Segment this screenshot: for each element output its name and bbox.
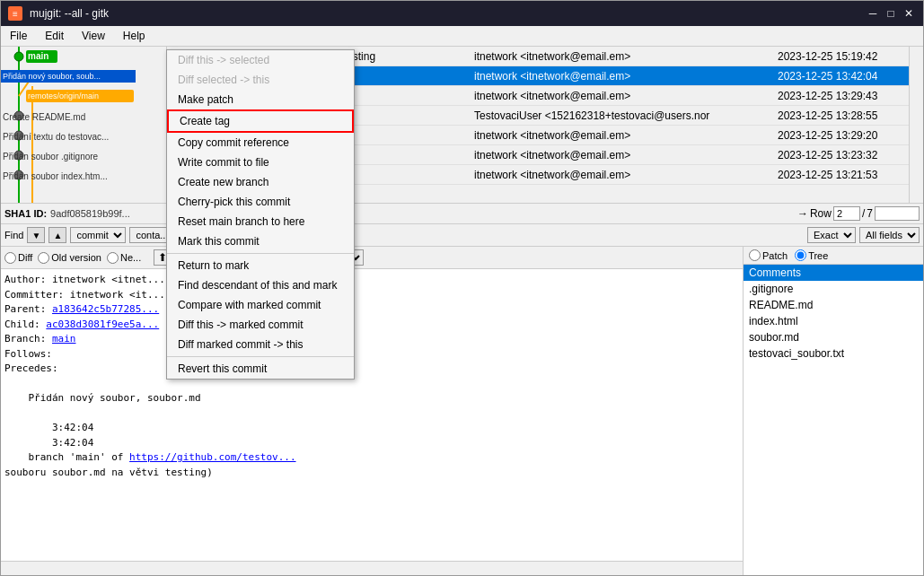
svg-text:Přidání textu do testovac...: Přidání textu do testovac...	[3, 132, 109, 142]
diff-line: souboru soubor.md na větvi testing)	[4, 466, 739, 481]
row-label: Row	[810, 207, 832, 220]
exact-select[interactable]: Exact	[807, 227, 856, 243]
diff-line: Child: ac038d3081f9ee5a...	[4, 318, 739, 333]
parent-link[interactable]: a183642c5b77285...	[52, 303, 159, 315]
row-total: 7	[867, 207, 873, 220]
ctx-create-branch[interactable]: Create new branch	[167, 172, 354, 192]
ctx-make-patch[interactable]: Make patch	[167, 90, 354, 109]
ctx-cherry-pick[interactable]: Cherry-pick this commit	[167, 192, 354, 212]
ctx-separator-2	[167, 356, 354, 357]
graph-svg: main Přidán nový soubor, soub... remotes…	[1, 47, 166, 203]
menu-view[interactable]: View	[76, 28, 110, 44]
file-item[interactable]: README.md	[744, 297, 923, 313]
search-row: Find ▼ ▲ commit conta... Search Exact Al…	[1, 224, 923, 247]
ctx-reset-main[interactable]: Reset main branch to here	[167, 212, 354, 231]
row-total-input[interactable]	[875, 206, 920, 221]
commit-author: itnetwork <itnetwork@email.em>	[471, 88, 774, 104]
commit-date: 2023-12-25 13:29:43	[774, 88, 909, 104]
window-title: mujgit: --all - gitk	[30, 7, 109, 20]
ctx-compare-marked[interactable]: Compare with marked commit	[167, 295, 354, 315]
menu-help[interactable]: Help	[118, 28, 151, 44]
branch-link[interactable]: main	[52, 333, 76, 345]
commit-date: 2023-12-25 13:29:20	[774, 127, 909, 144]
file-item[interactable]: index.html	[744, 313, 923, 329]
row-current-input[interactable]	[833, 206, 860, 221]
svg-text:Přidán nový soubor, soub...: Přidán nový soubor, soub...	[3, 72, 101, 81]
new-radio-label[interactable]: Ne...	[107, 252, 141, 264]
commit-author: itnetwork <itnetwork@email.em>	[471, 127, 774, 144]
minimize-button[interactable]: ─	[866, 6, 880, 21]
context-menu: Diff this -> selected Diff selected -> t…	[166, 49, 355, 380]
commit-author: TestovaciUser <152162318+testovaci@users…	[471, 108, 774, 124]
ctx-find-descendant[interactable]: Find descendant of this and mark	[167, 275, 354, 295]
menu-bar: File Edit View Help	[1, 26, 923, 47]
commit-date: 2023-12-25 15:19:42	[774, 48, 909, 65]
patch-tree-row: Patch Tree	[744, 247, 923, 265]
diff-line	[4, 377, 739, 392]
diff-line: 3:42:04	[4, 421, 739, 436]
file-item[interactable]: testovaci_soubor.txt	[744, 345, 923, 362]
tree-radio[interactable]	[795, 249, 806, 261]
child-link[interactable]: ac038d3081f9ee5a...	[46, 319, 159, 330]
row-nav: → Row / 7	[797, 206, 920, 221]
commit-author: itnetwork <itnetwork@email.em>	[471, 48, 774, 65]
patch-radio-label[interactable]: Patch	[749, 249, 788, 261]
sha-value: 9adf085819b99f...	[50, 208, 130, 219]
diff-line: Follows:	[4, 347, 739, 362]
file-item[interactable]: Comments	[744, 265, 923, 281]
tree-radio-label[interactable]: Tree	[795, 249, 828, 261]
menu-edit[interactable]: Edit	[40, 28, 69, 44]
patch-radio[interactable]	[749, 249, 761, 261]
github-link[interactable]: https://github.com/testov...	[129, 451, 295, 463]
close-button[interactable]: ✕	[902, 6, 916, 21]
title-controls: ─ □ ✕	[866, 6, 916, 21]
diff-scrollbar-bottom[interactable]	[1, 561, 743, 575]
commit-type-select[interactable]: commit	[70, 227, 126, 243]
ctx-revert[interactable]: Revert this commit	[167, 359, 354, 379]
app-icon: ≡	[8, 6, 22, 21]
diff-label: Diff	[18, 252, 32, 263]
commit-author: itnetwork <itnetwork@email.em>	[471, 147, 774, 163]
commit-date: 2023-12-25 13:23:32	[774, 147, 909, 163]
find-prev-button[interactable]: ▼	[27, 227, 45, 243]
diff-radio-label[interactable]: Diff	[4, 252, 32, 264]
diff-line: 3:42:04	[4, 436, 739, 451]
diff-line: Committer: itnetwork <it...	[4, 288, 739, 303]
diff-radio[interactable]	[4, 252, 16, 264]
ctx-diff-marked[interactable]: Diff this -> marked commit	[167, 315, 354, 335]
maximize-button[interactable]: □	[884, 6, 898, 21]
old-version-radio[interactable]	[38, 252, 49, 264]
ctx-create-tag[interactable]: Create tag	[167, 109, 354, 133]
commit-date: 2023-12-25 13:28:55	[774, 108, 909, 124]
commit-author: itnetwork <itnetwork@email.em>	[471, 68, 774, 84]
svg-point-2	[14, 52, 23, 61]
patch-label: Patch	[762, 250, 788, 261]
row-slash: /	[862, 207, 865, 220]
old-version-label: Old version	[51, 252, 101, 263]
all-fields-select[interactable]: All fields	[859, 227, 920, 243]
find-next-button[interactable]: ▲	[48, 227, 66, 243]
ctx-write-commit[interactable]: Write commit to file	[167, 153, 354, 172]
diff-line: Branch: main	[4, 332, 739, 347]
ctx-diff-marked-this[interactable]: Diff marked commit -> this	[167, 335, 354, 354]
svg-text:remotes/origin/main: remotes/origin/main	[28, 92, 99, 100]
menu-file[interactable]: File	[4, 28, 32, 44]
ctx-mark-commit[interactable]: Mark this commit	[167, 231, 354, 251]
old-version-radio-label[interactable]: Old version	[38, 252, 101, 264]
left-panel: Diff Old version Ne... ⬆⬇ Ignore space c…	[1, 247, 744, 575]
file-item[interactable]: .gitignore	[744, 281, 923, 297]
ctx-copy-ref[interactable]: Copy commit reference	[167, 133, 354, 153]
ctx-return-mark[interactable]: Return to mark	[167, 256, 354, 275]
commit-author: itnetwork <itnetwork@email.em>	[471, 167, 774, 183]
row-arrow: →	[797, 207, 808, 220]
new-label: Ne...	[120, 252, 141, 263]
commit-list-scrollbar[interactable]	[909, 47, 923, 203]
ctx-diff-selected-this: Diff selected -> this	[167, 70, 354, 90]
file-item[interactable]: soubor.md	[744, 329, 923, 345]
title-bar: ≡ mujgit: --all - gitk ─ □ ✕	[1, 1, 923, 26]
new-radio[interactable]	[107, 252, 119, 264]
file-list: Comments .gitignore README.md index.html…	[744, 265, 923, 575]
diff-line	[4, 406, 739, 422]
diff-line: branch 'main' of https://github.com/test…	[4, 450, 739, 466]
commit-list: main Přidán nový soubor, soub... remotes…	[1, 47, 923, 204]
